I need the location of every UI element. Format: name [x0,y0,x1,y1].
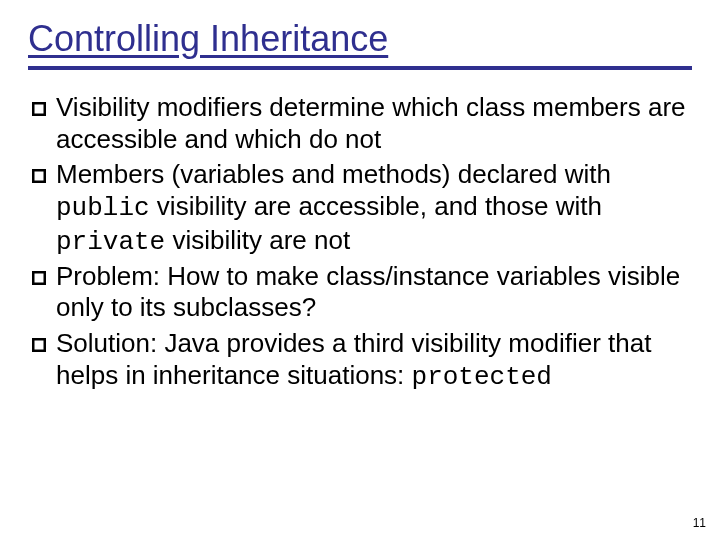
list-item: Solution: Java provides a third visibili… [32,328,692,393]
list-item-text: Visibility modifiers determine which cla… [56,92,692,157]
bullet-list: Visibility modifiers determine which cla… [28,92,692,393]
bullet-icon [32,102,46,116]
code-run: private [56,227,165,257]
list-item: Problem: How to make class/instance vari… [32,261,692,326]
svg-rect-7 [35,341,44,350]
list-item-text: Solution: Java provides a third visibili… [56,328,692,393]
list-item-text: Members (variables and methods) declared… [56,159,692,258]
code-run: protected [412,362,552,392]
text-run: visibility are accessible, and those wit… [150,191,602,221]
svg-rect-1 [35,105,44,114]
text-run: Members (variables and methods) declared… [56,159,611,189]
slide-title: Controlling Inheritance [28,18,692,60]
text-run: Solution: Java provides a third visibili… [56,328,651,390]
title-rule [28,66,692,70]
bullet-icon [32,169,46,183]
text-run: Problem: How to make class/instance vari… [56,261,680,323]
text-run: visibility are not [165,225,350,255]
page-number: 11 [693,516,706,530]
bullet-icon [32,271,46,285]
code-run: public [56,193,150,223]
svg-rect-5 [35,273,44,282]
list-item-text: Problem: How to make class/instance vari… [56,261,692,326]
svg-rect-3 [35,172,44,181]
list-item: Members (variables and methods) declared… [32,159,692,258]
list-item: Visibility modifiers determine which cla… [32,92,692,157]
text-run: Visibility modifiers determine which cla… [56,92,686,154]
slide: Controlling Inheritance Visibility modif… [0,0,720,540]
bullet-icon [32,338,46,352]
